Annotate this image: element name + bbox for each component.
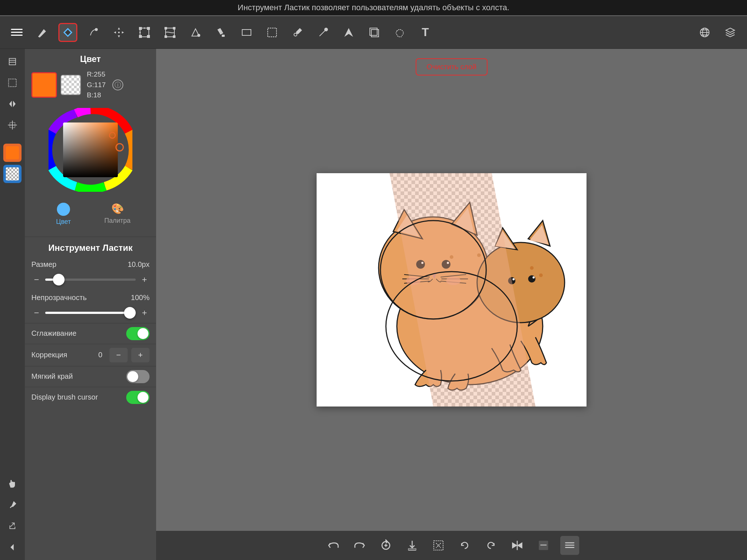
svg-rect-26 <box>268 28 276 37</box>
svg-rect-25 <box>242 30 251 35</box>
correction-controls: 0 − + <box>95 348 150 362</box>
sidebar-selection[interactable] <box>3 74 22 92</box>
svg-point-28 <box>325 28 328 31</box>
fill-tool[interactable] <box>186 23 205 42</box>
opacity-decrease-btn[interactable]: − <box>31 308 42 318</box>
globe-icon[interactable] <box>695 23 714 42</box>
move-tool[interactable] <box>109 23 128 42</box>
sidebar-layer-swatch[interactable] <box>3 165 22 183</box>
display-brush-cursor-row: Display brush cursor <box>25 387 156 408</box>
correction-decrease-btn[interactable]: − <box>109 348 128 362</box>
layers-panel-icon[interactable] <box>365 23 384 42</box>
rotate-cw-button[interactable] <box>481 536 500 555</box>
sidebar-layers[interactable] <box>3 52 22 71</box>
size-decrease-btn[interactable]: − <box>31 275 42 285</box>
color-wheel-container <box>31 104 150 197</box>
more-options-button[interactable] <box>560 536 579 555</box>
svg-rect-1 <box>11 32 23 33</box>
size-increase-btn[interactable]: + <box>139 275 150 285</box>
sidebar-hand[interactable] <box>3 475 22 493</box>
svg-rect-20 <box>173 27 175 29</box>
sidebar-color-swatch[interactable] <box>3 144 22 162</box>
secondary-color-swatch[interactable] <box>61 75 81 95</box>
svg-rect-41 <box>9 79 16 87</box>
redo-button[interactable] <box>350 536 369 555</box>
canvas-frame[interactable] <box>317 173 587 407</box>
smoothing-label: Сглаживание <box>31 329 77 338</box>
svg-rect-104 <box>565 547 574 548</box>
color-wheel[interactable] <box>49 108 132 192</box>
selection-tool[interactable] <box>263 23 282 42</box>
opacity-label: Непрозрачность <box>31 293 87 302</box>
rectangle-tool[interactable] <box>237 23 256 42</box>
svg-rect-2 <box>11 35 23 36</box>
clear-layer-button[interactable]: Очистить слой <box>416 58 488 75</box>
sidebar-back[interactable] <box>3 538 22 556</box>
svg-rect-15 <box>139 35 142 38</box>
warp-tool[interactable] <box>160 23 179 42</box>
opacity-increase-btn[interactable]: + <box>139 308 150 318</box>
layers-icon[interactable] <box>721 23 740 42</box>
flip-button[interactable] <box>508 536 527 555</box>
svg-point-83 <box>528 275 535 283</box>
opacity-slider-row: − + <box>25 306 156 323</box>
color-info-button[interactable]: ⓘ <box>112 79 123 90</box>
sidebar-guides[interactable] <box>3 116 22 134</box>
rotate-reset-button[interactable] <box>376 536 395 555</box>
edit-button[interactable] <box>534 536 553 555</box>
display-brush-cursor-toggle[interactable] <box>126 391 150 404</box>
svg-rect-24 <box>222 35 225 37</box>
display-brush-cursor-label: Display brush cursor <box>31 393 98 401</box>
notification-bar: Инструмент Ластик позволяет пользователя… <box>0 0 747 15</box>
tab-color[interactable]: Цвет <box>36 200 90 229</box>
primary-color-swatch[interactable] <box>31 72 57 98</box>
brush-adjust-icon[interactable] <box>314 23 333 42</box>
svg-point-6 <box>95 28 97 31</box>
text-tool[interactable]: T <box>416 23 435 42</box>
svg-marker-37 <box>726 28 735 32</box>
svg-rect-22 <box>173 36 175 38</box>
size-slider-row: − + <box>25 272 156 290</box>
color-g: G:117 <box>87 80 106 90</box>
soft-edge-toggle[interactable] <box>126 370 150 383</box>
opacity-slider-thumb[interactable] <box>124 307 136 319</box>
undo-button[interactable] <box>324 536 343 555</box>
cat-drawing <box>317 173 587 407</box>
tool-title: Инструмент Ластик <box>25 237 156 257</box>
size-label: Размер <box>31 260 82 269</box>
sidebar-share[interactable] <box>3 517 22 535</box>
smudge-tool[interactable] <box>84 23 103 42</box>
svg-rect-47 <box>63 122 118 177</box>
pencil-tool[interactable] <box>33 23 52 42</box>
size-slider-thumb[interactable] <box>53 274 65 285</box>
color-panel-title: Цвет <box>31 54 150 64</box>
eyedropper-icon[interactable] <box>288 23 307 42</box>
lasso-tool[interactable] <box>390 23 409 42</box>
rotate-ccw-button[interactable] <box>455 536 474 555</box>
canvas-area: Очистить слой <box>156 49 747 531</box>
soft-edge-row: Мягкий край <box>25 366 156 387</box>
size-slider-track[interactable] <box>45 279 136 281</box>
color-b: B:18 <box>87 90 106 101</box>
save-button[interactable] <box>403 536 422 555</box>
paint-bucket-tool[interactable] <box>212 23 231 42</box>
main-toolbar: T <box>0 16 747 49</box>
smoothing-toggle[interactable] <box>126 327 150 340</box>
sidebar-eyedropper[interactable] <box>3 496 22 514</box>
svg-point-84 <box>512 278 515 280</box>
opacity-value: 100% <box>131 293 150 302</box>
eraser-tool[interactable] <box>58 23 77 42</box>
tab-palette[interactable]: 🎨 Палитра <box>90 200 144 229</box>
opacity-slider-track[interactable] <box>45 312 136 314</box>
correction-increase-btn[interactable]: + <box>131 348 150 362</box>
menu-icon[interactable] <box>7 23 26 42</box>
transform-tool[interactable] <box>135 23 154 42</box>
svg-marker-8 <box>118 35 120 38</box>
svg-marker-29 <box>344 28 353 37</box>
svg-rect-103 <box>565 545 574 546</box>
selection-clear-button[interactable] <box>429 536 448 555</box>
svg-rect-101 <box>541 545 547 545</box>
magic-select-icon[interactable] <box>339 23 358 42</box>
size-setting-row: Размер 10.0px <box>25 257 156 272</box>
sidebar-flip[interactable] <box>3 95 22 113</box>
